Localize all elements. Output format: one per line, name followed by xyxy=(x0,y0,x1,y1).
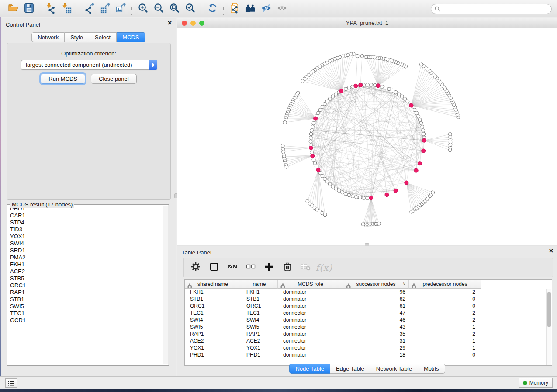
table-row[interactable]: SWI4SWI4dominator462 xyxy=(185,316,552,323)
network-view-window: YPA_prune.txt_1 xyxy=(177,18,557,245)
table-row[interactable]: ACE2ACE2connector311 xyxy=(185,337,552,344)
result-item[interactable]: RAP1 xyxy=(7,289,168,296)
result-item[interactable]: SWI4 xyxy=(7,240,168,247)
result-item[interactable]: CAR1 xyxy=(7,212,168,219)
table-panel: Table Panel ✕ f(x) shared namenameMCDS r… xyxy=(177,246,557,376)
networks-home-button[interactable] xyxy=(242,2,258,16)
close-panel-icon[interactable]: ✕ xyxy=(167,21,172,25)
search-field[interactable] xyxy=(431,4,552,14)
refresh-button[interactable] xyxy=(204,2,220,16)
network-window-titlebar[interactable]: YPA_prune.txt_1 xyxy=(177,18,557,28)
result-item[interactable]: SRD1 xyxy=(7,247,168,254)
network-canvas[interactable] xyxy=(177,28,557,244)
result-item[interactable]: YOX1 xyxy=(7,233,168,240)
zoom-selected-button[interactable] xyxy=(182,2,198,16)
clone-network-button[interactable] xyxy=(227,2,242,16)
import-table-button[interactable] xyxy=(59,2,75,16)
table-cell: dominator xyxy=(278,316,343,323)
tab-mcds[interactable]: MCDS xyxy=(117,32,145,42)
tab-network[interactable]: Network xyxy=(31,32,65,42)
zoom-in-button[interactable] xyxy=(135,2,151,16)
table-cell: 96 xyxy=(343,289,409,296)
zoom-out-button[interactable] xyxy=(151,2,166,16)
result-item[interactable]: STP4 xyxy=(7,219,168,226)
table-row[interactable]: RAP1RAP1dominator352 xyxy=(185,330,552,337)
add-button[interactable] xyxy=(263,262,275,273)
select-all-button[interactable] xyxy=(227,262,238,273)
result-item[interactable]: STB1 xyxy=(7,296,168,303)
result-item[interactable]: GCR1 xyxy=(7,317,168,324)
table-cell: STB1 xyxy=(241,296,278,303)
result-item[interactable]: FKH1 xyxy=(7,261,168,268)
column-header-mcds-role[interactable]: MCDS role xyxy=(278,280,343,289)
result-scrollbar[interactable] xyxy=(163,206,168,364)
result-item[interactable]: STB5 xyxy=(7,275,168,282)
folder-open-button[interactable] xyxy=(5,2,21,16)
tab-node-table[interactable]: Node Table xyxy=(289,364,330,374)
result-item[interactable]: TID3 xyxy=(7,226,168,233)
search-input[interactable] xyxy=(443,6,548,12)
table-row[interactable]: TEC1TEC1connector472 xyxy=(185,309,552,316)
mcds-result-title: MCDS result (17 nodes) xyxy=(10,201,74,208)
deselect-all-button[interactable] xyxy=(245,262,256,273)
mcds-result-list[interactable]: PHD1CAR1STP4TID3YOX1SWI4SRD1PMA2FKH1ACE2… xyxy=(7,205,168,365)
gear-button[interactable] xyxy=(190,262,201,273)
export-image-button[interactable] xyxy=(113,2,128,16)
close-panel-button[interactable]: Close panel xyxy=(91,74,137,84)
sort-indicator-icon[interactable]: ∨ xyxy=(403,281,406,286)
status-bar: Memory xyxy=(0,376,557,389)
table-row[interactable]: SWI5SWI5connector431 xyxy=(185,323,552,330)
attribute-tree-icon xyxy=(346,282,351,290)
table-row[interactable]: PHD1PHD1dominator180 xyxy=(185,351,552,358)
table-cell: dominator xyxy=(278,296,343,303)
hide-selected-button[interactable] xyxy=(258,2,274,16)
show-all-icon xyxy=(277,3,287,15)
memory-button[interactable]: Memory xyxy=(519,378,553,388)
table-header-row: shared namenameMCDS rolesuccessor nodes∨… xyxy=(185,280,552,289)
network-window-title: YPA_prune.txt_1 xyxy=(177,20,557,26)
table-row[interactable]: FKH1FKH1dominator962 xyxy=(185,289,552,296)
criterion-dropdown[interactable]: largest connected component (undirected) xyxy=(21,60,157,70)
function-icon: f(x) xyxy=(316,262,332,273)
run-mcds-button[interactable]: Run MCDS xyxy=(41,74,85,84)
column-header-shared-name[interactable]: shared name xyxy=(185,280,241,289)
table-row[interactable]: ORC1ORC1dominator610 xyxy=(185,303,552,309)
table-scrollbar-thumb[interactable] xyxy=(547,292,551,327)
export-table-button[interactable] xyxy=(97,2,113,16)
delete-button[interactable] xyxy=(282,262,293,273)
result-item[interactable]: SWI5 xyxy=(7,303,168,310)
float-panel-icon[interactable] xyxy=(159,21,163,25)
show-all-button[interactable] xyxy=(274,2,290,16)
column-header-successor-nodes[interactable]: successor nodes∨ xyxy=(343,280,409,289)
tab-select[interactable]: Select xyxy=(89,32,117,42)
close-panel-icon[interactable]: ✕ xyxy=(549,249,554,253)
list-icon xyxy=(8,380,15,386)
toolbar-separator xyxy=(201,3,201,15)
task-history-button[interactable] xyxy=(5,378,17,388)
tab-edge-table[interactable]: Edge Table xyxy=(330,364,370,374)
table-cell: ORC1 xyxy=(241,303,278,309)
column-header-predecessor-nodes[interactable]: predecessor nodes xyxy=(409,280,481,289)
network-graph[interactable] xyxy=(177,28,557,244)
table-row[interactable]: STB1STB1dominator620 xyxy=(185,296,552,303)
float-panel-icon[interactable] xyxy=(540,249,544,253)
columns-button[interactable] xyxy=(208,262,220,273)
tab-style[interactable]: Style xyxy=(65,32,89,42)
table-cell: SWI4 xyxy=(185,316,241,323)
save-button[interactable] xyxy=(21,2,37,16)
table-cell: 62 xyxy=(343,296,409,303)
tab-network-table[interactable]: Network Table xyxy=(370,364,418,374)
export-network-button[interactable] xyxy=(81,2,97,16)
result-item[interactable]: TEC1 xyxy=(7,310,168,317)
result-item[interactable]: PMA2 xyxy=(7,254,168,261)
import-network-button[interactable] xyxy=(43,2,59,16)
result-item[interactable]: ACE2 xyxy=(7,268,168,275)
deselect-all-icon xyxy=(246,262,256,273)
column-header-name[interactable]: name xyxy=(241,280,278,289)
table-scrollbar[interactable] xyxy=(546,289,551,365)
tab-motifs[interactable]: Motifs xyxy=(418,364,445,374)
table-row[interactable]: YOX1YOX1connector291 xyxy=(185,344,552,351)
result-item[interactable]: ORC1 xyxy=(7,282,168,289)
zoom-fit-button[interactable] xyxy=(166,2,182,16)
table-cell: STB1 xyxy=(185,296,241,303)
